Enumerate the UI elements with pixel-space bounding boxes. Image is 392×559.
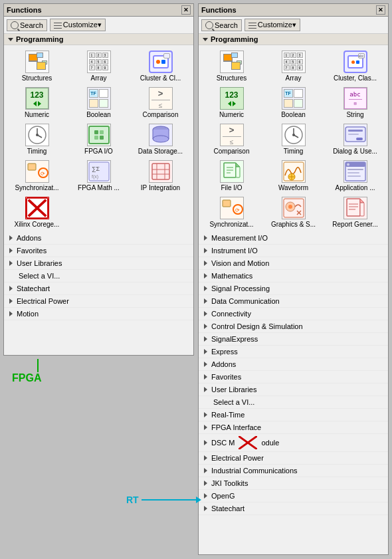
right-list-item-userlibraries[interactable]: User Libraries xyxy=(199,384,388,396)
right-list-item-datacommunication[interactable]: Data Communication xyxy=(199,295,388,308)
right-list-item-industrialcomm[interactable]: Industrial Communications xyxy=(199,465,388,477)
right-graphics-icon xyxy=(282,197,306,219)
right-list-item-jkitoolkits[interactable]: JKI Toolkits xyxy=(199,477,388,490)
right-numeric-label: Numeric xyxy=(208,111,256,118)
right-synchronizat-label: Synchronizat... xyxy=(208,221,256,228)
left-icon-array[interactable]: 123 456 789 Array xyxy=(68,48,129,83)
right-icon-array[interactable]: 123 456 789 Array xyxy=(263,48,324,83)
svg-text:⟳: ⟳ xyxy=(235,207,240,213)
left-xilinx-icon xyxy=(25,197,49,219)
left-section-header[interactable]: Programming xyxy=(4,34,193,45)
left-icon-numeric[interactable]: 123 Numeric xyxy=(7,84,67,120)
right-icon-fileio[interactable]: File I/O xyxy=(201,158,262,193)
left-icon-fpgaio[interactable]: FPGA I/O xyxy=(68,121,129,156)
right-search-button[interactable]: Search xyxy=(201,19,242,31)
left-list-item-selectavi[interactable]: Select a VI... xyxy=(4,270,193,282)
right-customize-button[interactable]: Customize▾ xyxy=(245,19,300,31)
svg-rect-47 xyxy=(347,169,363,170)
right-string-icon: abc ⊞ xyxy=(343,87,367,110)
left-icon-boolean[interactable]: TF Boolean xyxy=(68,84,129,120)
left-timing-label: Timing xyxy=(13,148,61,155)
right-list-item-instrumentio[interactable]: Instrument I/O xyxy=(199,245,388,257)
right-panel-title: Functions xyxy=(201,6,237,14)
right-icon-waveform[interactable]: Waveform xyxy=(263,158,324,193)
right-list-item-addons[interactable]: Addons xyxy=(199,358,388,371)
right-panel: Functions ✕ Search Customize▾ Programmin… xyxy=(198,3,389,555)
right-icon-string[interactable]: abc ⊞ String xyxy=(325,84,385,120)
left-list-item-electricalpower[interactable]: Electrical Power xyxy=(4,295,193,308)
right-list-item-express[interactable]: Express xyxy=(199,346,388,358)
right-list-item-dscmodule[interactable]: DSC M odule xyxy=(199,434,388,452)
right-icon-structures[interactable]: Structures xyxy=(201,48,262,83)
right-arrow-industrialcomm xyxy=(204,468,207,473)
right-section-header[interactable]: Programming xyxy=(199,34,388,45)
left-list-item-motion[interactable]: Motion xyxy=(4,308,193,320)
right-arrow-openg xyxy=(204,493,207,499)
right-string-label: String xyxy=(332,111,379,118)
right-favorites-label: Favorites xyxy=(211,373,241,381)
left-customize-button[interactable]: Customize▾ xyxy=(50,19,106,31)
right-panel-close-button[interactable]: ✕ xyxy=(376,5,385,15)
right-icon-reportgen[interactable]: Report Gener... xyxy=(325,194,385,229)
right-express-label: Express xyxy=(211,348,238,356)
left-icon-synchronizat[interactable]: ⟳ Synchronizat... xyxy=(7,158,67,193)
right-list-item-signalprocessing[interactable]: Signal Processing xyxy=(199,282,388,295)
left-boolean-icon: TF xyxy=(87,87,111,110)
right-icon-dialog[interactable]: Dialog & Use... xyxy=(325,121,385,156)
left-search-button[interactable]: Search xyxy=(7,19,47,31)
right-comparison-icon: > ≤ xyxy=(220,124,244,146)
left-statechart-label: Statechart xyxy=(17,284,50,292)
left-list-item-statechart[interactable]: Statechart xyxy=(4,282,193,295)
left-list-item-favorites[interactable]: Favorites xyxy=(4,245,193,257)
right-list-item-realtime[interactable]: Real-Time xyxy=(199,409,388,421)
right-sync-icon: ⟳ xyxy=(220,197,244,219)
right-icon-synchronizat[interactable]: ⟳ Synchronizat... xyxy=(201,194,262,229)
right-application-label: Application ... xyxy=(332,184,379,191)
left-list-item-userlibraries[interactable]: User Libraries xyxy=(4,257,193,270)
right-icon-numeric[interactable]: 123 Numeric xyxy=(201,84,262,120)
svg-rect-60 xyxy=(360,203,364,216)
right-icon-timing[interactable]: Timing xyxy=(263,121,324,156)
right-list-item-fpgainterface[interactable]: FPGA Interface xyxy=(199,421,388,434)
svg-marker-67 xyxy=(196,497,201,503)
left-icon-timing[interactable]: Timing xyxy=(7,121,67,156)
left-icon-ipintegration[interactable]: IP Integration xyxy=(130,158,191,193)
left-arrow-favorites xyxy=(9,248,13,253)
right-list-item-selectavi[interactable]: Select a VI... xyxy=(199,396,388,409)
right-signalexpress-label: SignalExpress xyxy=(211,335,258,343)
right-list-item-signalexpress[interactable]: SignalExpress xyxy=(199,333,388,346)
rt-annotation: RT xyxy=(126,495,201,505)
right-cluster-icon: abc xyxy=(343,51,367,73)
right-list-item-electricalpower[interactable]: Electrical Power xyxy=(199,452,388,465)
left-panel-close-button[interactable]: ✕ xyxy=(181,5,191,15)
left-icon-comparison[interactable]: > ≤ Comparison xyxy=(130,84,191,120)
right-icon-cluster[interactable]: abc Cluster, Clas... xyxy=(325,48,385,83)
right-list-item-statechart[interactable]: Statechart xyxy=(199,503,388,515)
right-icon-comparison[interactable]: > ≤ Comparison xyxy=(201,121,262,156)
left-icon-cluster[interactable]: Cluster & Cl... xyxy=(130,48,191,83)
left-icon-xilinx[interactable]: Xilinx Corege... xyxy=(7,194,67,229)
svg-rect-30 xyxy=(356,138,363,140)
right-section-collapse-icon xyxy=(203,38,208,41)
right-list-item-openg[interactable]: OpenG xyxy=(199,490,388,503)
left-list-item-addons[interactable]: Addons xyxy=(4,232,193,245)
right-list-item-visionmotion[interactable]: Vision and Motion xyxy=(199,257,388,270)
right-icon-graphics[interactable]: Graphics & S... xyxy=(263,194,324,229)
left-icon-datastorage[interactable]: Data Storage... xyxy=(130,121,191,156)
right-list-item-controldesign[interactable]: Control Design & Simulation xyxy=(199,320,388,333)
right-list-item-mathematics[interactable]: Mathematics xyxy=(199,270,388,282)
fpga-annotation: FPGA xyxy=(12,359,41,384)
right-list-item-favorites[interactable]: Favorites xyxy=(199,371,388,384)
right-icon-application[interactable]: Application ... xyxy=(325,158,385,193)
svg-point-6 xyxy=(153,136,169,142)
left-arrow-motion xyxy=(9,311,13,316)
left-icon-fpgamath[interactable]: ∑Σ f(x) FPGA Math ... xyxy=(68,158,129,193)
right-dscmodule-label: DSC M xyxy=(211,439,235,447)
right-icon-boolean[interactable]: TF Boolean xyxy=(263,84,324,120)
left-numeric-label: Numeric xyxy=(13,111,61,118)
right-fileio-icon xyxy=(220,160,244,183)
right-list-item-connectivity[interactable]: Connectivity xyxy=(199,308,388,320)
left-icon-structures[interactable]: Structures xyxy=(7,48,67,83)
right-list-item-measurementio[interactable]: Measurement I/O xyxy=(199,232,388,245)
left-arrow-userlibraries xyxy=(9,261,13,266)
